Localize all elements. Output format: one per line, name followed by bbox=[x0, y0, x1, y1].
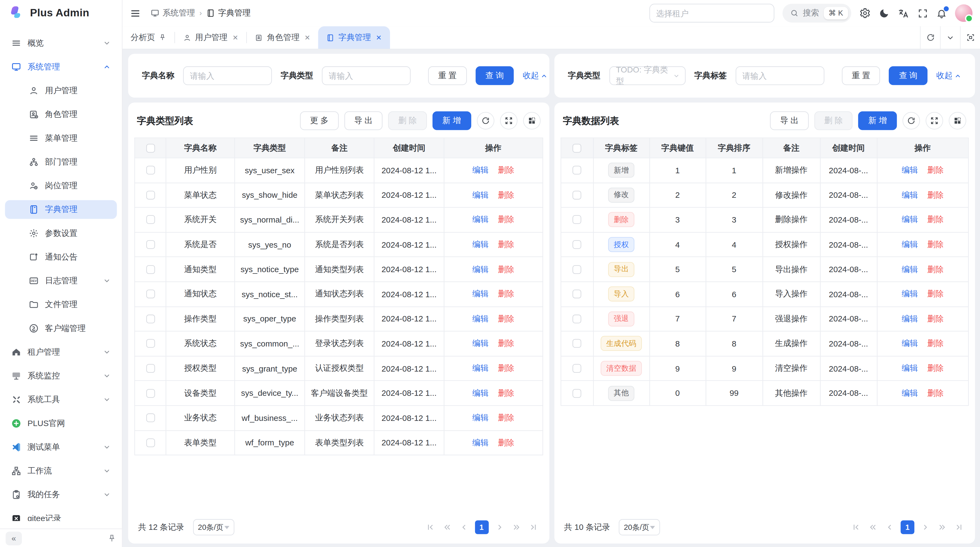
edit-link[interactable]: 编辑 bbox=[472, 412, 488, 424]
edit-link[interactable]: 编辑 bbox=[472, 189, 488, 201]
page-size-select[interactable]: 20条/页 bbox=[193, 519, 234, 536]
sidebar-item-user-mgmt[interactable]: 用户管理 bbox=[5, 81, 117, 100]
jump-back-icon[interactable] bbox=[441, 521, 453, 534]
refresh-icon[interactable] bbox=[477, 112, 494, 129]
sidebar-item-post-mgmt[interactable]: 岗位管理 bbox=[5, 176, 117, 195]
sidebar-item-workflow[interactable]: 工作流 bbox=[5, 461, 117, 480]
delete-link[interactable]: 删除 bbox=[498, 412, 514, 424]
next-page-icon[interactable] bbox=[919, 521, 931, 534]
row-checkbox[interactable] bbox=[146, 290, 154, 298]
query-button[interactable]: 查 询 bbox=[475, 66, 514, 85]
add-button[interactable]: 新 增 bbox=[858, 112, 897, 130]
dict-tag-input[interactable] bbox=[735, 66, 824, 85]
row-checkbox[interactable] bbox=[146, 265, 154, 274]
breadcrumb-system-mgmt[interactable]: 系统管理 bbox=[151, 8, 195, 19]
sidebar-item-param-settings[interactable]: 参数设置 bbox=[5, 224, 117, 243]
delete-link[interactable]: 删除 bbox=[498, 239, 514, 250]
sidebar-item-file-mgmt[interactable]: 文件管理 bbox=[5, 295, 117, 314]
dict-type-select[interactable]: TODO: 字典类型 bbox=[609, 66, 686, 85]
delete-link[interactable]: 删除 bbox=[928, 388, 944, 399]
delete-link[interactable]: 删除 bbox=[498, 363, 514, 374]
edit-link[interactable]: 编辑 bbox=[472, 264, 488, 275]
row-checkbox[interactable] bbox=[146, 413, 154, 422]
row-checkbox[interactable] bbox=[146, 339, 154, 348]
delete-link[interactable]: 删除 bbox=[498, 189, 514, 201]
collapse-search-link[interactable]: 收起 bbox=[523, 70, 548, 81]
reset-button[interactable]: 重 置 bbox=[428, 66, 466, 85]
tab-more-chevron-icon[interactable] bbox=[940, 26, 960, 49]
edit-link[interactable]: 编辑 bbox=[902, 388, 918, 399]
delete-button[interactable]: 删 除 bbox=[814, 112, 853, 130]
export-button[interactable]: 导 出 bbox=[770, 112, 808, 130]
row-checkbox[interactable] bbox=[573, 339, 581, 348]
last-page-icon[interactable] bbox=[953, 521, 965, 534]
sidebar-item-role-mgmt[interactable]: 角色管理 bbox=[5, 105, 117, 124]
export-button[interactable]: 导 出 bbox=[344, 112, 382, 130]
delete-link[interactable]: 删除 bbox=[928, 165, 944, 176]
sidebar-item-dept-mgmt[interactable]: 部门管理 bbox=[5, 153, 117, 171]
jump-forward-icon[interactable] bbox=[935, 521, 948, 534]
column-settings-icon[interactable] bbox=[949, 112, 966, 129]
delete-link[interactable]: 删除 bbox=[498, 264, 514, 275]
row-checkbox[interactable] bbox=[573, 389, 581, 397]
sidebar-item-test-menu[interactable]: 测试菜单 bbox=[5, 438, 117, 456]
row-checkbox[interactable] bbox=[146, 438, 154, 447]
row-checkbox[interactable] bbox=[146, 166, 154, 175]
delete-link[interactable]: 删除 bbox=[928, 363, 944, 374]
tab-dict-mgmt[interactable]: 字典管理 ✕ bbox=[318, 26, 390, 49]
prev-page-icon[interactable] bbox=[458, 521, 470, 534]
row-checkbox[interactable] bbox=[573, 191, 581, 199]
sidebar-item-log-mgmt[interactable]: DEV 日志管理 bbox=[5, 271, 117, 290]
add-button[interactable]: 新 增 bbox=[432, 112, 471, 130]
sidebar-item-system-mgmt[interactable]: 系统管理 bbox=[5, 57, 117, 76]
edit-link[interactable]: 编辑 bbox=[472, 239, 488, 250]
delete-link[interactable]: 删除 bbox=[928, 239, 944, 250]
row-checkbox[interactable] bbox=[573, 265, 581, 274]
expand-icon[interactable] bbox=[500, 112, 517, 129]
row-checkbox[interactable] bbox=[146, 240, 154, 249]
sidebar-pin-icon[interactable] bbox=[108, 534, 116, 543]
collapse-search-link[interactable]: 收起 bbox=[936, 70, 961, 81]
row-checkbox[interactable] bbox=[573, 215, 581, 224]
row-checkbox[interactable] bbox=[146, 191, 154, 199]
tab-user-mgmt[interactable]: 用户管理 ✕ bbox=[175, 26, 247, 49]
row-checkbox[interactable] bbox=[573, 240, 581, 249]
dark-mode-moon-icon[interactable] bbox=[879, 8, 889, 19]
row-checkbox[interactable] bbox=[573, 364, 581, 373]
delete-link[interactable]: 删除 bbox=[498, 388, 514, 399]
notification-bell-icon[interactable] bbox=[936, 8, 947, 19]
tab-refresh-icon[interactable] bbox=[920, 26, 940, 49]
edit-link[interactable]: 编辑 bbox=[472, 437, 488, 448]
row-checkbox[interactable] bbox=[573, 290, 581, 298]
expand-icon[interactable] bbox=[926, 112, 943, 129]
sidebar-item-system-tools[interactable]: 系统工具 bbox=[5, 391, 117, 409]
next-page-icon[interactable] bbox=[493, 521, 505, 534]
user-avatar[interactable] bbox=[955, 4, 972, 22]
edit-link[interactable]: 编辑 bbox=[472, 313, 488, 324]
sidebar-collapse-button[interactable]: « bbox=[6, 531, 22, 545]
edit-link[interactable]: 编辑 bbox=[902, 239, 918, 250]
delete-link[interactable]: 删除 bbox=[928, 214, 944, 225]
fullscreen-icon[interactable] bbox=[917, 8, 928, 19]
row-checkbox[interactable] bbox=[146, 315, 154, 323]
delete-link[interactable]: 删除 bbox=[498, 289, 514, 300]
delete-link[interactable]: 删除 bbox=[498, 165, 514, 176]
delete-link[interactable]: 删除 bbox=[928, 264, 944, 275]
edit-link[interactable]: 编辑 bbox=[472, 338, 488, 349]
row-checkbox[interactable] bbox=[573, 315, 581, 323]
sidebar-item-overview[interactable]: 概览 bbox=[5, 34, 117, 53]
edit-link[interactable]: 编辑 bbox=[902, 165, 918, 176]
sidebar-item-notice[interactable]: 通知公告 bbox=[5, 248, 117, 266]
column-settings-icon[interactable] bbox=[523, 112, 540, 129]
sidebar-toggle-icon[interactable] bbox=[130, 8, 141, 19]
select-all-checkbox[interactable] bbox=[573, 144, 581, 152]
current-page[interactable]: 1 bbox=[900, 520, 915, 534]
row-checkbox[interactable] bbox=[573, 166, 581, 175]
delete-link[interactable]: 删除 bbox=[928, 338, 944, 349]
sidebar-item-my-tasks[interactable]: 我的任务 bbox=[5, 485, 117, 504]
row-checkbox[interactable] bbox=[146, 215, 154, 224]
tab-fullscreen-icon[interactable] bbox=[960, 26, 980, 49]
row-checkbox[interactable] bbox=[146, 364, 154, 373]
close-icon[interactable]: ✕ bbox=[376, 33, 382, 41]
edit-link[interactable]: 编辑 bbox=[902, 289, 918, 300]
